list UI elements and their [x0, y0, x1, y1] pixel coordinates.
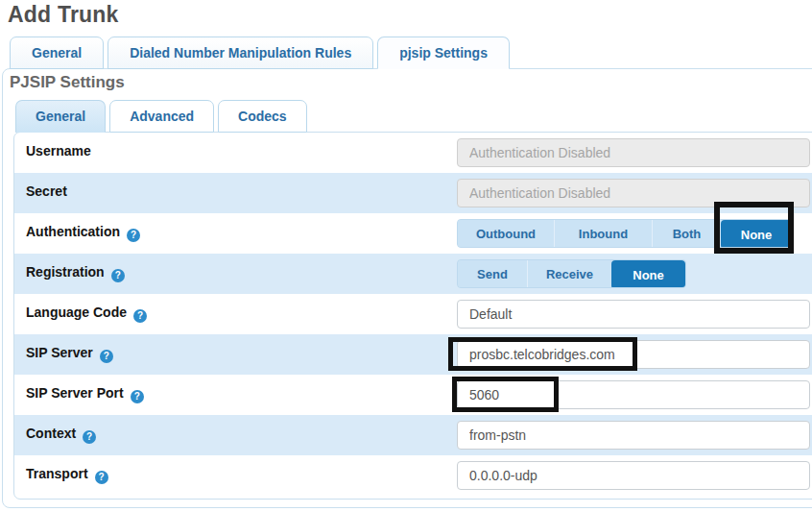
main-tab-bar: General Dialed Number Manipulation Rules…	[10, 37, 510, 69]
registration-none-button[interactable]: None	[611, 260, 685, 288]
registration-send-button[interactable]: Send	[458, 260, 527, 287]
help-icon[interactable]: ?	[133, 309, 147, 323]
page-title: Add Trunk	[8, 2, 119, 28]
help-icon[interactable]: ?	[111, 269, 125, 282]
form-row-language-code: Language Code?	[14, 294, 812, 334]
language-code-label: Language Code?	[26, 305, 147, 323]
form-row-sip-server: SIP Server?	[14, 334, 812, 375]
section-title: PJSIP Settings	[10, 73, 125, 92]
authentication-button-group: Outbound Inbound Both None	[457, 219, 793, 248]
help-icon[interactable]: ?	[127, 229, 140, 242]
tab-pjsip-settings[interactable]: pjsip Settings	[377, 37, 510, 69]
form-row-registration: Registration? Send Receive None	[14, 254, 812, 294]
registration-label: Registration?	[26, 264, 125, 282]
form-row-authentication: Authentication? Outbound Inbound Both No…	[14, 213, 812, 254]
form-row-transport: Transport?	[14, 455, 812, 496]
transport-select[interactable]	[457, 461, 810, 490]
form-row-secret: Secret	[14, 173, 812, 213]
username-label: Username	[26, 143, 91, 158]
form-row-sip-server-port: SIP Server Port?	[14, 375, 812, 415]
sip-server-input[interactable]	[457, 340, 810, 369]
form-row-username: Username	[14, 133, 812, 173]
help-icon[interactable]: ?	[83, 430, 96, 444]
transport-label: Transport?	[26, 466, 108, 484]
general-settings-panel: Username Secret Authentication? Outbound…	[13, 132, 812, 500]
secret-input[interactable]	[457, 179, 810, 207]
sip-server-label: SIP Server?	[26, 345, 113, 363]
username-input[interactable]	[457, 138, 810, 167]
subtab-advanced[interactable]: Advanced	[109, 100, 214, 133]
language-code-input[interactable]	[457, 300, 810, 329]
tab-general[interactable]: General	[10, 37, 104, 69]
sip-server-port-input[interactable]	[457, 380, 810, 409]
form-row-context: Context?	[14, 415, 812, 455]
secret-label: Secret	[26, 183, 67, 199]
registration-button-group: Send Receive None	[457, 259, 686, 288]
help-icon[interactable]: ?	[131, 390, 144, 403]
sip-server-port-label: SIP Server Port?	[26, 385, 144, 403]
sub-tab-bar: General Advanced Codecs	[15, 100, 307, 133]
authentication-none-button[interactable]: None	[721, 220, 792, 248]
subtab-codecs[interactable]: Codecs	[218, 100, 307, 133]
authentication-label: Authentication?	[26, 224, 140, 242]
context-input[interactable]	[457, 421, 810, 450]
authentication-both-button[interactable]: Both	[652, 220, 721, 247]
help-icon[interactable]: ?	[95, 471, 108, 484]
context-label: Context?	[26, 426, 96, 444]
subtab-general[interactable]: General	[15, 100, 106, 133]
registration-receive-button[interactable]: Receive	[527, 260, 611, 287]
tab-dialed-number-manipulation-rules[interactable]: Dialed Number Manipulation Rules	[107, 37, 373, 69]
help-icon[interactable]: ?	[100, 350, 113, 363]
authentication-inbound-button[interactable]: Inbound	[554, 220, 652, 247]
authentication-outbound-button[interactable]: Outbound	[458, 220, 554, 247]
